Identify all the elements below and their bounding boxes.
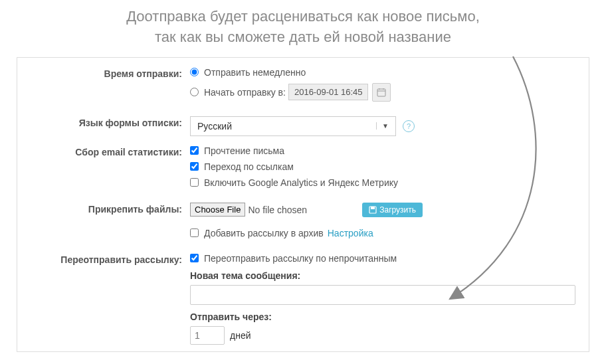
help-icon[interactable]: ? (403, 120, 415, 132)
send-after-label: Отправить через: (190, 312, 575, 322)
svg-rect-0 (377, 89, 385, 96)
calendar-icon (377, 88, 386, 97)
annotation-line2: так как вы сможете дать ей новой названи… (0, 27, 606, 48)
file-status-text: No file chosen (248, 205, 307, 215)
checkbox-read-tracking[interactable] (190, 146, 199, 155)
new-subject-label: Новая тема сообщения: (190, 270, 575, 281)
choose-file-button[interactable]: Choose File (190, 203, 245, 217)
checkbox-link-label: Переход по ссылкам (204, 161, 294, 172)
label-resend: Переотправить рассылку: (17, 253, 190, 265)
row-attach: Прикрепить файлы: Choose File No file ch… (17, 203, 589, 244)
unsubscribe-lang-select[interactable]: Русский ▼ (190, 116, 396, 136)
radio-send-scheduled[interactable] (190, 88, 199, 96)
settings-panel: Время отправки: Отправить немедленно Нач… (17, 57, 589, 352)
checkbox-ga-tracking[interactable] (190, 178, 199, 187)
label-attach: Прикрепить файлы: (17, 203, 190, 215)
checkbox-add-archive[interactable] (190, 228, 199, 237)
checkbox-resend-label: Переотправить рассылку по непрочитанным (204, 253, 397, 264)
save-icon (369, 206, 377, 214)
radio-send-now[interactable] (190, 68, 199, 76)
checkbox-resend-unread[interactable] (190, 254, 199, 262)
upload-button-label: Загрузить (379, 205, 416, 215)
radio-send-scheduled-label: Начать отправку в: (204, 87, 286, 98)
checkbox-archive-label: Добавить рассылку в архив (204, 228, 324, 238)
row-send-time: Время отправки: Отправить немедленно Нач… (17, 67, 589, 107)
label-stats: Сбор email статистики: (17, 145, 190, 157)
days-unit-label: дней (230, 330, 251, 341)
upload-button[interactable]: Загрузить (362, 203, 423, 217)
calendar-button[interactable] (372, 83, 391, 102)
row-unsubscribe-lang: Язык формы отписки: Русский ▼ ? (17, 116, 589, 136)
checkbox-ga-label: Включить Google Analytics и Яндекс Метри… (204, 177, 398, 188)
radio-send-now-label: Отправить немедленно (204, 67, 306, 78)
row-stats: Сбор email статистики: Прочтение письма … (17, 145, 589, 193)
scheduled-date-input[interactable] (288, 84, 368, 100)
caret-down-icon: ▼ (376, 122, 389, 130)
unsubscribe-lang-value: Русский (197, 121, 232, 132)
label-unsubscribe-lang: Язык формы отписки: (17, 116, 190, 128)
new-subject-input[interactable] (190, 285, 575, 305)
svg-rect-5 (371, 207, 375, 209)
annotation-line1: Доотправка будет расцениваться как новое… (0, 7, 606, 27)
checkbox-read-label: Прочтение письма (204, 145, 284, 156)
archive-settings-link[interactable]: Настройка (328, 228, 373, 238)
days-input[interactable] (190, 326, 225, 345)
row-resend: Переотправить рассылку: Переотправить ра… (17, 253, 589, 345)
label-send-time: Время отправки: (17, 67, 190, 79)
checkbox-link-tracking[interactable] (190, 162, 199, 171)
annotation-text: Доотправка будет расцениваться как новое… (0, 0, 606, 57)
